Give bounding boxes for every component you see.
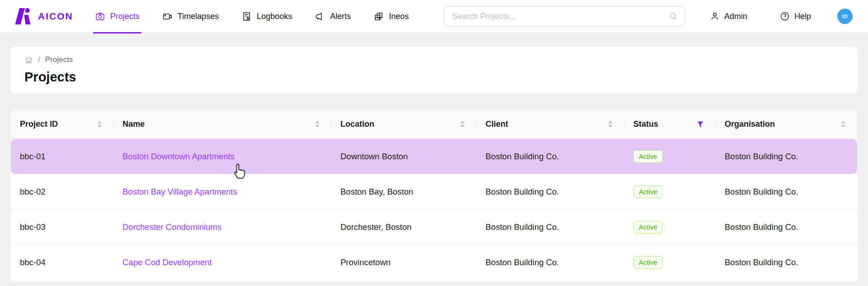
video-camera-icon xyxy=(162,11,173,22)
search-icon[interactable] xyxy=(669,12,678,21)
column-header-status[interactable]: Status xyxy=(624,110,716,139)
main-content: / Projects Projects Project ID xyxy=(0,33,868,281)
column-header-client[interactable]: Client xyxy=(476,110,624,139)
sort-icon[interactable] xyxy=(460,121,465,128)
cell-project-id: bbc-01 xyxy=(11,139,113,174)
column-label: Client xyxy=(486,119,508,129)
table-row[interactable]: bbc-04 Cape Cod Development Provincetown… xyxy=(11,245,857,280)
cell-project-id: bbc-03 xyxy=(11,210,113,245)
question-circle-icon xyxy=(780,11,790,21)
nav-item-alerts[interactable]: Alerts xyxy=(314,0,352,33)
help-label: Help xyxy=(794,12,811,21)
nav-item-timelapses[interactable]: Timelapses xyxy=(161,0,220,33)
project-name-link[interactable]: Cape Cod Development xyxy=(123,257,212,267)
table-row[interactable]: bbc-01 Boston Downtown Apartments Downto… xyxy=(11,139,857,174)
project-name-link[interactable]: Dorchester Condominiums xyxy=(123,222,222,232)
logbook-icon xyxy=(241,11,252,22)
cell-organisation: Boston Building Co. xyxy=(716,210,857,245)
search-input[interactable] xyxy=(444,6,685,26)
admin-menu[interactable]: Admin xyxy=(710,11,747,21)
column-header-location[interactable]: Location xyxy=(331,110,476,139)
filter-icon[interactable] xyxy=(697,121,704,128)
nav-item-label: Ineos xyxy=(389,12,409,21)
column-label: Status xyxy=(633,119,658,129)
column-label: Location xyxy=(340,119,374,129)
project-name-link[interactable]: Boston Downtown Apartments xyxy=(123,152,235,161)
status-badge: Active xyxy=(633,150,663,163)
cell-project-id: bbc-02 xyxy=(11,174,113,210)
breadcrumb-separator: / xyxy=(38,55,40,64)
cell-organisation: Boston Building Co. xyxy=(716,245,857,280)
main-nav: Projects Timelapses Logbooks xyxy=(94,0,431,33)
column-label: Organisation xyxy=(725,119,775,129)
cell-location: Boston Bay, Boston xyxy=(331,174,476,210)
person-icon xyxy=(710,11,720,21)
table-row[interactable]: bbc-03 Dorchester Condominiums Dorcheste… xyxy=(11,210,857,245)
help-menu[interactable]: Help xyxy=(780,11,811,21)
status-badge: Active xyxy=(633,256,663,269)
cell-organisation: Boston Building Co. xyxy=(716,174,857,210)
page-title: Projects xyxy=(24,69,844,85)
cell-client: Boston Building Co. xyxy=(476,139,624,174)
nav-item-logbooks[interactable]: Logbooks xyxy=(241,0,293,33)
cell-client: Boston Building Co. xyxy=(476,210,624,245)
sort-icon[interactable] xyxy=(608,121,613,128)
cell-location: Downtown Boston xyxy=(331,139,476,174)
nav-item-projects[interactable]: Projects xyxy=(94,0,141,33)
status-badge: Active xyxy=(633,186,663,198)
projects-table-card: Project ID Name Location xyxy=(11,110,857,281)
sort-icon[interactable] xyxy=(315,121,320,128)
brand-name: AICON xyxy=(38,11,73,22)
nav-item-label: Timelapses xyxy=(178,12,219,21)
column-label: Name xyxy=(123,119,145,129)
nav-item-label: Logbooks xyxy=(257,12,292,21)
nav-item-ineos[interactable]: Ineos xyxy=(373,0,410,33)
column-header-project-id[interactable]: Project ID xyxy=(11,110,113,139)
projects-table: Project ID Name Location xyxy=(11,110,857,280)
breadcrumb: / Projects xyxy=(24,55,844,65)
admin-label: Admin xyxy=(724,12,747,21)
brand[interactable]: AICON xyxy=(14,6,73,27)
aicon-logo-icon xyxy=(14,6,32,27)
cell-project-id: bbc-04 xyxy=(11,245,113,280)
megaphone-icon xyxy=(315,11,325,22)
column-header-name[interactable]: Name xyxy=(113,110,331,139)
page-header-card: / Projects Projects xyxy=(11,47,857,94)
table-header-row: Project ID Name Location xyxy=(11,110,857,139)
top-navigation: AICON Projects Timelapses xyxy=(0,0,868,33)
table-row[interactable]: bbc-02 Boston Bay Village Apartments Bos… xyxy=(11,174,857,210)
nav-item-label: Projects xyxy=(110,12,140,21)
nav-item-label: Alerts xyxy=(330,12,351,21)
cell-client: Boston Building Co. xyxy=(476,174,624,210)
cell-client: Boston Building Co. xyxy=(476,245,624,280)
home-icon[interactable] xyxy=(24,56,33,64)
search xyxy=(444,6,685,26)
breadcrumb-page[interactable]: Projects xyxy=(45,55,73,64)
modules-icon xyxy=(373,11,384,22)
cell-location: Provincetown xyxy=(331,245,476,280)
project-name-link[interactable]: Boston Bay Village Apartments xyxy=(123,187,237,196)
status-badge: Active xyxy=(633,221,663,234)
camera-icon xyxy=(95,11,105,22)
cell-location: Dorchester, Boston xyxy=(331,210,476,245)
avatar[interactable]: IO xyxy=(837,9,853,24)
column-label: Project ID xyxy=(20,119,58,129)
column-header-organisation[interactable]: Organisation xyxy=(716,110,857,139)
sort-icon[interactable] xyxy=(97,121,102,128)
cell-organisation: Boston Building Co. xyxy=(716,139,857,174)
sort-icon[interactable] xyxy=(841,121,845,128)
